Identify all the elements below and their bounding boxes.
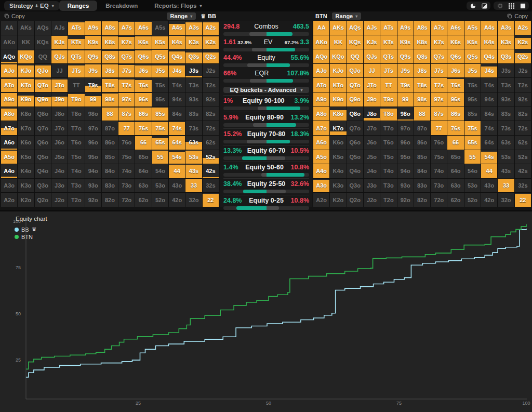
hand-cell-KQo[interactable]: KQo bbox=[18, 49, 34, 63]
hand-cell-62o[interactable]: 62o bbox=[447, 193, 463, 207]
hand-cell-T5o[interactable]: T5o bbox=[380, 150, 396, 164]
hand-cell-53o[interactable]: 53o bbox=[152, 179, 168, 193]
hand-cell-K9s[interactable]: K9s bbox=[85, 35, 101, 49]
hand-cell-AA[interactable]: AA bbox=[313, 21, 329, 35]
hand-cell-75s[interactable]: 75s bbox=[464, 121, 481, 135]
hand-cell-T5s[interactable]: T5s bbox=[464, 78, 481, 92]
hand-cell-K4s[interactable]: K4s bbox=[481, 35, 497, 49]
hand-cell-T8o[interactable]: T8o bbox=[380, 107, 396, 121]
hand-cell-J5s[interactable]: J5s bbox=[464, 64, 481, 78]
hand-cell-Q4o[interactable]: Q4o bbox=[347, 164, 363, 178]
hand-cell-85s[interactable]: 85s bbox=[152, 107, 168, 121]
hand-cell-Q5o[interactable]: Q5o bbox=[347, 150, 363, 164]
hand-cell-88[interactable]: 88 bbox=[102, 107, 118, 121]
hand-cell-A8s[interactable]: A8s bbox=[414, 21, 430, 35]
hand-cell-J7s[interactable]: J7s bbox=[118, 64, 135, 78]
hand-cell-62s[interactable]: 62s bbox=[515, 136, 531, 150]
hand-cell-J9o[interactable]: J9o bbox=[364, 92, 380, 107]
hand-cell-ATo[interactable]: ATo bbox=[1, 78, 17, 92]
hand-cell-T7o[interactable]: T7o bbox=[380, 121, 396, 135]
hand-cell-53o[interactable]: 53o bbox=[464, 179, 481, 193]
hand-cell-54s[interactable]: 54s bbox=[169, 150, 185, 164]
hand-cell-AA[interactable]: AA bbox=[1, 21, 17, 35]
hand-cell-A9o[interactable]: A9o bbox=[313, 92, 329, 107]
hand-cell-AJo[interactable]: AJo bbox=[313, 64, 329, 78]
hand-cell-74s[interactable]: 74s bbox=[481, 121, 497, 135]
hand-cell-99[interactable]: 99 bbox=[85, 92, 101, 107]
hand-cell-66[interactable]: 66 bbox=[135, 136, 151, 150]
hand-cell-42o[interactable]: 42o bbox=[481, 193, 497, 207]
hand-cell-87s[interactable]: 87s bbox=[431, 107, 447, 121]
hand-cell-K7o[interactable]: K7o bbox=[18, 121, 34, 135]
hand-cell-Q5s[interactable]: Q5s bbox=[464, 49, 481, 63]
hand-cell-82o[interactable]: 82o bbox=[414, 193, 430, 207]
hand-cell-J8s[interactable]: J8s bbox=[102, 64, 118, 78]
bb-range-dropdown[interactable]: Range ▾ bbox=[167, 12, 196, 20]
hand-cell-42s[interactable]: 42s bbox=[515, 164, 531, 178]
hand-cell-J5o[interactable]: J5o bbox=[51, 150, 68, 164]
eq-buckets-dropdown[interactable]: EQ buckets - Advanced ▾ bbox=[223, 87, 309, 93]
hand-cell-KJs[interactable]: KJs bbox=[51, 35, 68, 49]
hand-cell-A5s[interactable]: A5s bbox=[464, 21, 481, 35]
hand-cell-JTs[interactable]: JTs bbox=[380, 64, 396, 78]
hand-cell-A2s[interactable]: A2s bbox=[203, 21, 219, 35]
hand-cell-Q3o[interactable]: Q3o bbox=[347, 179, 363, 193]
hand-cell-64s[interactable]: 64s bbox=[481, 136, 497, 150]
hand-cell-Q5s[interactable]: Q5s bbox=[152, 49, 168, 63]
hand-cell-66[interactable]: 66 bbox=[447, 136, 463, 150]
hand-cell-43s[interactable]: 43s bbox=[498, 164, 514, 178]
hand-cell-T6o[interactable]: T6o bbox=[68, 136, 84, 150]
hand-cell-A9s[interactable]: A9s bbox=[397, 21, 414, 35]
hand-cell-44[interactable]: 44 bbox=[481, 164, 497, 178]
hand-cell-76s[interactable]: 76s bbox=[135, 121, 151, 135]
hand-cell-32o[interactable]: 32o bbox=[185, 193, 202, 207]
hand-cell-A6o[interactable]: A6o bbox=[313, 136, 329, 150]
hand-cell-K4o[interactable]: K4o bbox=[18, 164, 34, 178]
hand-cell-J2s[interactable]: J2s bbox=[515, 64, 531, 78]
hand-cell-KTo[interactable]: KTo bbox=[18, 78, 34, 92]
hand-cell-Q7o[interactable]: Q7o bbox=[35, 121, 51, 135]
hand-cell-76s[interactable]: 76s bbox=[447, 121, 463, 135]
hand-cell-J4o[interactable]: J4o bbox=[364, 164, 380, 178]
hand-cell-54o[interactable]: 54o bbox=[152, 164, 168, 178]
hand-cell-42s[interactable]: 42s bbox=[203, 164, 219, 178]
hand-cell-76o[interactable]: 76o bbox=[431, 136, 447, 150]
hand-cell-92s[interactable]: 92s bbox=[515, 92, 531, 107]
hand-cell-K9o[interactable]: K9o bbox=[330, 92, 346, 107]
hand-cell-A7s[interactable]: A7s bbox=[118, 21, 135, 35]
hand-cell-AQs[interactable]: AQs bbox=[35, 21, 51, 35]
hand-cell-K6s[interactable]: K6s bbox=[447, 35, 463, 49]
hand-cell-64o[interactable]: 64o bbox=[447, 164, 463, 178]
hand-cell-99[interactable]: 99 bbox=[397, 92, 414, 107]
hand-cell-K8s[interactable]: K8s bbox=[414, 35, 430, 49]
hand-cell-Q3s[interactable]: Q3s bbox=[185, 49, 202, 63]
hand-cell-T9o[interactable]: T9o bbox=[68, 92, 84, 107]
hand-cell-K2s[interactable]: K2s bbox=[515, 35, 531, 49]
hand-cell-43o[interactable]: 43o bbox=[481, 179, 497, 193]
hand-cell-72s[interactable]: 72s bbox=[515, 121, 531, 135]
hand-cell-86s[interactable]: 86s bbox=[135, 107, 151, 121]
hand-cell-Q2o[interactable]: Q2o bbox=[347, 193, 363, 207]
hand-cell-54o[interactable]: 54o bbox=[464, 164, 481, 178]
hand-cell-J3s[interactable]: J3s bbox=[498, 64, 514, 78]
hand-cell-T8s[interactable]: T8s bbox=[102, 78, 118, 92]
hand-cell-Q4s[interactable]: Q4s bbox=[169, 49, 185, 63]
btn-range-dropdown[interactable]: Range ▾ bbox=[332, 12, 362, 20]
hand-cell-Q8o[interactable]: Q8o bbox=[347, 107, 363, 121]
hand-cell-77[interactable]: 77 bbox=[431, 121, 447, 135]
hand-cell-86o[interactable]: 86o bbox=[414, 136, 430, 150]
hand-cell-J4o[interactable]: J4o bbox=[51, 164, 68, 178]
hand-cell-J8s[interactable]: J8s bbox=[414, 64, 430, 78]
hand-cell-95o[interactable]: 95o bbox=[85, 150, 101, 164]
hand-cell-ATs[interactable]: ATs bbox=[380, 21, 396, 35]
hand-cell-43s[interactable]: 43s bbox=[185, 164, 202, 178]
strategy-eq-dropdown[interactable]: Strategy + EQ ▾ bbox=[4, 1, 59, 10]
hand-cell-74s[interactable]: 74s bbox=[169, 121, 185, 135]
hand-cell-J2o[interactable]: J2o bbox=[364, 193, 380, 207]
hand-cell-K8o[interactable]: K8o bbox=[330, 107, 346, 121]
hand-cell-44[interactable]: 44 bbox=[169, 164, 185, 178]
hand-cell-84o[interactable]: 84o bbox=[414, 164, 430, 178]
hand-cell-42o[interactable]: 42o bbox=[169, 193, 185, 207]
hand-cell-55[interactable]: 55 bbox=[152, 150, 168, 164]
hand-cell-T7o[interactable]: T7o bbox=[68, 121, 84, 135]
